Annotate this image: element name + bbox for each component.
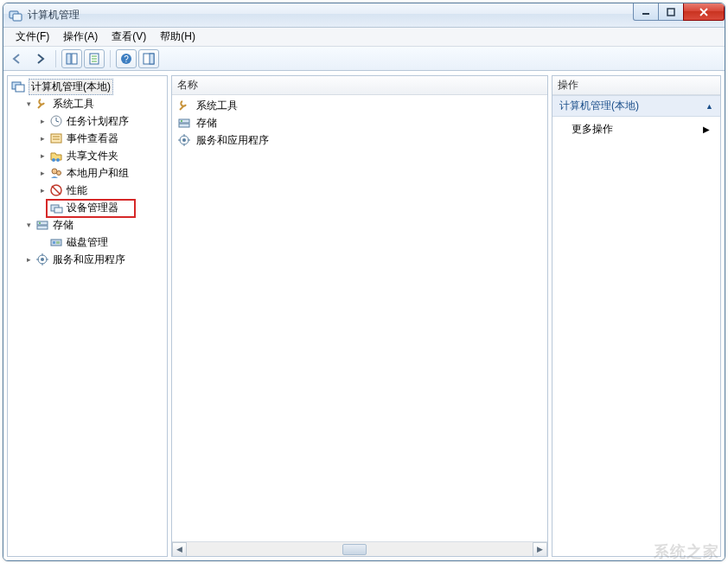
forward-button[interactable] — [29, 49, 50, 68]
services-icon — [177, 133, 191, 147]
toolbar-separator — [110, 50, 111, 67]
back-button[interactable] — [7, 49, 28, 68]
svg-rect-4 — [67, 54, 71, 64]
tree-label: 设备管理器 — [67, 201, 118, 215]
tree-label: 性能 — [67, 183, 87, 198]
svg-point-30 — [39, 222, 41, 224]
svg-point-38 — [181, 120, 182, 122]
actions-pane: 操作 计算机管理(本地) ▲ 更多操作 ▶ — [552, 75, 721, 557]
tree-label: 服务和应用程序 — [53, 253, 125, 267]
tree-task-scheduler[interactable]: ▸ 任务计划程序 — [8, 112, 167, 130]
column-header-label: 名称 — [177, 78, 198, 93]
list-item-system-tools[interactable]: 系统工具 — [172, 97, 547, 114]
actions-context[interactable]: 计算机管理(本地) ▲ — [552, 95, 720, 117]
svg-rect-1 — [13, 14, 22, 21]
svg-point-35 — [41, 258, 44, 261]
menu-file[interactable]: 文件(F) — [9, 28, 56, 46]
expand-icon[interactable]: ▸ — [37, 116, 48, 126]
scroll-track[interactable] — [187, 543, 533, 556]
storage-icon — [35, 218, 49, 232]
tools-icon — [35, 97, 49, 111]
tree-storage[interactable]: ▾ 存储 — [8, 216, 167, 233]
tree-label: 事件查看器 — [67, 131, 118, 146]
shared-folder-icon — [49, 149, 63, 163]
expand-icon[interactable]: ▸ — [37, 133, 48, 144]
menu-view[interactable]: 查看(V) — [105, 28, 153, 46]
submenu-arrow-icon: ▶ — [703, 125, 710, 134]
services-icon — [35, 253, 49, 266]
scroll-right-button[interactable]: ▶ — [533, 542, 547, 557]
tree-performance[interactable]: ▸ 性能 — [8, 182, 167, 199]
list-item-storage[interactable]: 存储 — [172, 114, 547, 131]
collapse-icon[interactable]: ▾ — [23, 99, 34, 109]
users-icon — [49, 166, 63, 180]
svg-rect-15 — [16, 85, 24, 92]
maximize-button[interactable] — [658, 3, 684, 21]
device-manager-icon — [49, 201, 63, 214]
svg-rect-2 — [642, 13, 649, 15]
no-expand-icon — [37, 237, 48, 247]
svg-rect-28 — [37, 221, 48, 225]
tree-shared-folders[interactable]: ▸ 共享文件夹 — [8, 147, 167, 164]
svg-rect-5 — [72, 54, 77, 64]
tree-event-viewer[interactable]: ▸ 事件查看器 — [8, 130, 167, 147]
scroll-left-button[interactable]: ◀ — [172, 542, 187, 557]
tree-label: 本地用户和组 — [67, 166, 129, 181]
menu-action[interactable]: 操作(A) — [56, 28, 105, 46]
tree-disk-management[interactable]: 磁盘管理 — [8, 233, 167, 251]
list-item-label: 存储 — [196, 116, 217, 131]
tree-root[interactable]: 计算机管理(本地) — [8, 78, 167, 95]
list-item-services[interactable]: 服务和应用程序 — [172, 131, 547, 149]
actions-more[interactable]: 更多操作 ▶ — [552, 117, 720, 142]
tree-device-manager[interactable]: 设备管理器 — [8, 199, 167, 216]
show-hide-tree-button[interactable] — [61, 49, 82, 68]
computer-mgmt-icon — [11, 80, 25, 93]
tree-label: 共享文件夹 — [67, 149, 118, 163]
svg-rect-27 — [54, 208, 62, 213]
expand-icon[interactable]: ▸ — [37, 185, 48, 195]
close-button[interactable] — [683, 3, 725, 21]
actions-more-label: 更多操作 — [572, 122, 613, 137]
column-header-name[interactable]: 名称 — [172, 76, 547, 95]
toolbar-separator — [55, 50, 56, 67]
svg-point-23 — [57, 171, 61, 176]
properties-button[interactable] — [84, 49, 105, 68]
tree-services-apps[interactable]: ▸ 服务和应用程序 — [8, 251, 167, 268]
tree-system-tools[interactable]: ▾ 系统工具 — [8, 95, 167, 112]
list-view[interactable]: 系统工具 存储 服务和应用程序 — [172, 95, 547, 541]
tree-local-users[interactable]: ▸ 本地用户和组 — [8, 164, 167, 182]
tree-label: 存储 — [53, 218, 73, 233]
performance-icon — [49, 183, 63, 197]
help-button[interactable]: ? — [116, 49, 137, 68]
app-icon — [9, 9, 22, 22]
storage-icon — [177, 116, 191, 130]
minimize-button[interactable] — [633, 3, 659, 21]
disk-icon — [49, 235, 63, 249]
expand-icon[interactable]: ▸ — [37, 150, 48, 161]
horizontal-scrollbar[interactable]: ◀ ▶ — [172, 541, 547, 556]
svg-text:?: ? — [124, 54, 129, 64]
actions-header: 操作 — [552, 76, 720, 95]
window-title: 计算机管理 — [28, 8, 80, 22]
collapse-up-icon[interactable]: ▲ — [706, 102, 713, 111]
svg-point-40 — [182, 138, 186, 142]
expand-icon[interactable]: ▸ — [23, 254, 34, 265]
actions-context-label: 计算机管理(本地) — [559, 99, 639, 113]
collapse-icon[interactable]: ▾ — [23, 220, 34, 230]
navigation-pane: 计算机管理(本地) ▾ 系统工具 ▸ 任务计划程序 — [7, 75, 168, 557]
list-item-label: 系统工具 — [196, 99, 238, 113]
menu-bar: 文件(F) 操作(A) 查看(V) 帮助(H) — [3, 28, 725, 47]
scroll-thumb[interactable] — [342, 544, 367, 555]
svg-rect-37 — [179, 124, 189, 127]
svg-rect-32 — [53, 241, 55, 244]
menu-help[interactable]: 帮助(H) — [153, 28, 202, 46]
show-action-pane-button[interactable] — [138, 49, 159, 68]
tree-label: 任务计划程序 — [67, 114, 129, 129]
window-frame: 计算机管理 文件(F) 操作(A) 查看(V) 帮助(H) — [3, 3, 725, 561]
svg-rect-13 — [150, 54, 154, 64]
tree-view[interactable]: 计算机管理(本地) ▾ 系统工具 ▸ 任务计划程序 — [8, 76, 167, 556]
window-controls — [634, 3, 725, 21]
no-expand-icon — [37, 202, 48, 213]
expand-icon[interactable]: ▸ — [37, 168, 48, 178]
tree-label: 磁盘管理 — [67, 235, 108, 250]
